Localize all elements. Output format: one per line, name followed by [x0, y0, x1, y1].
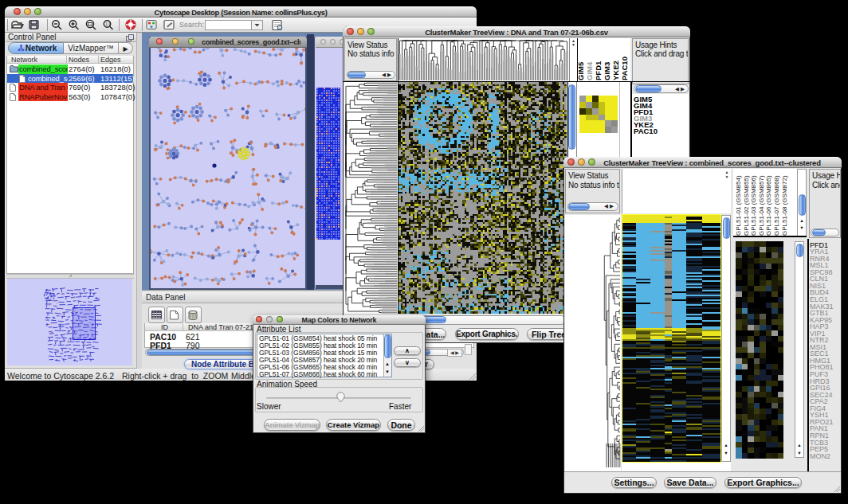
- svg-text:GPL51-03 (GSM856): GPL51-03 (GSM856): [750, 175, 757, 236]
- svg-text:GIM5: GIM5: [577, 61, 585, 80]
- svg-text:GPL51-06 (GSM865): GPL51-06 (GSM865): [765, 175, 772, 236]
- svg-text:YKE2: YKE2: [611, 61, 620, 80]
- svg-text:GPL51-04 (GSM857): GPL51-04 (GSM857): [758, 175, 765, 236]
- svg-text:PFD1: PFD1: [594, 61, 603, 80]
- svg-text:GIM3: GIM3: [603, 61, 611, 80]
- svg-text:PAC10: PAC10: [620, 57, 629, 80]
- svg-text:1:1: 1:1: [105, 22, 111, 26]
- svg-text:GPL51-01 (GSM854): GPL51-01 (GSM854): [735, 175, 742, 236]
- svg-text:GPL51-07 (GSM868): GPL51-07 (GSM868): [773, 175, 780, 236]
- svg-text:GPL51-08 (GSM872): GPL51-08 (GSM872): [781, 175, 788, 236]
- svg-text:GPL51-02 (GSM855): GPL51-02 (GSM855): [743, 175, 750, 236]
- svg-text:GIM4: GIM4: [585, 61, 594, 80]
- svg-text:Search:: Search:: [179, 21, 204, 29]
